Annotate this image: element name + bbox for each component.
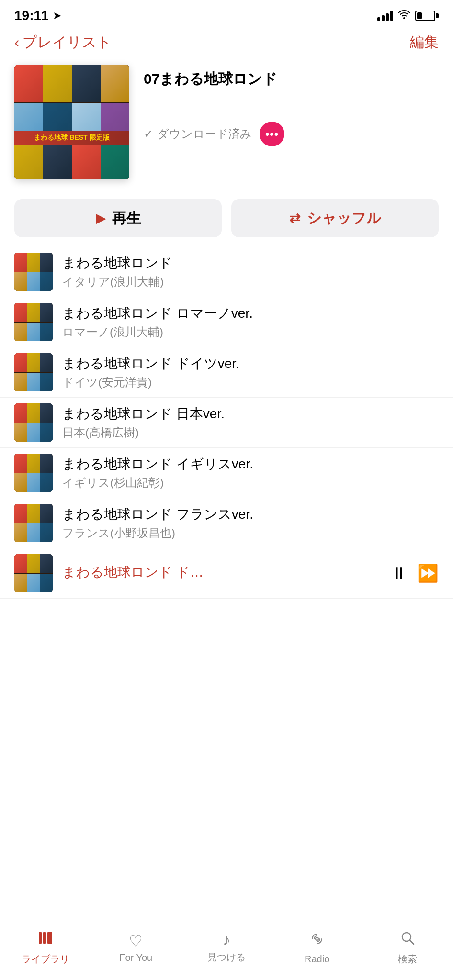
track-list: まわる地球ロンド イタリア(浪川大輔) まわる地球ロンド ロマーノver. ロマ…	[0, 247, 453, 599]
location-icon: ➤	[53, 10, 61, 22]
status-time: 19:11	[14, 8, 49, 23]
heart-icon: ♡	[129, 932, 143, 950]
track-artist: フランス(小野坂昌也)	[62, 525, 439, 541]
nav-label-library: ライブラリ	[22, 953, 69, 966]
track-thumbnail	[14, 454, 53, 492]
track-item[interactable]: まわる地球ロンド ロマーノver. ロマーノ(浪川大輔)	[0, 297, 453, 347]
track-item[interactable]: まわる地球ロンド ドイツver. ドイツ(安元洋貴)	[0, 347, 453, 398]
status-bar: 19:11 ➤	[0, 0, 453, 29]
signal-bars	[377, 11, 393, 21]
track-item[interactable]: まわる地球ロンド フランスver. フランス(小野坂昌也)	[0, 498, 453, 548]
svg-point-3	[316, 937, 318, 940]
radio-icon	[308, 930, 326, 952]
now-playing-controls: ⏸ ⏩	[390, 563, 439, 583]
svg-rect-0	[39, 932, 42, 944]
music-note-icon: ♪	[223, 931, 230, 949]
play-icon: ▶	[96, 211, 105, 226]
nav-label-browse: 見つける	[207, 951, 246, 964]
library-icon	[37, 929, 54, 951]
track-thumbnail	[14, 353, 53, 391]
track-info: まわる地球ロンド ドイツver. ドイツ(安元洋貴)	[62, 355, 439, 390]
nav-item-radio[interactable]: Radio	[293, 930, 341, 965]
search-icon	[399, 929, 416, 951]
track-title: まわる地球ロンド イギリスver.	[62, 455, 439, 473]
more-options-button[interactable]: •••	[260, 122, 284, 146]
play-controls: ▶ 再生 ⇄ シャッフル	[0, 189, 453, 247]
nav-item-search[interactable]: 検索	[384, 929, 431, 966]
edit-button[interactable]: 編集	[410, 33, 439, 52]
battery-indicator	[415, 11, 439, 21]
back-label: プレイリスト	[23, 33, 112, 52]
track-item[interactable]: まわる地球ロンド イギリスver. イギリス(杉山紀彰)	[0, 448, 453, 498]
album-meta-row: ✓ ダウンロード済み •••	[144, 122, 439, 146]
album-info: 07まわる地球ロンド ✓ ダウンロード済み •••	[144, 65, 439, 146]
play-button[interactable]: ▶ 再生	[14, 199, 222, 237]
track-title: まわる地球ロンド ドイツver.	[62, 355, 439, 373]
track-title: まわる地球ロンド 日本ver.	[62, 405, 439, 423]
download-label: ダウンロード済み	[157, 126, 252, 142]
track-thumbnail	[14, 403, 53, 442]
back-button[interactable]: ‹ プレイリスト	[14, 33, 112, 52]
nav-label-radio: Radio	[305, 954, 329, 965]
track-artist: イタリア(浪川大輔)	[62, 274, 439, 290]
track-info: まわる地球ロンド イギリスver. イギリス(杉山紀彰)	[62, 455, 439, 490]
nav-label-search: 検索	[398, 953, 417, 966]
track-thumbnail	[14, 253, 53, 291]
track-title: まわる地球ロンド ロマーノver.	[62, 304, 439, 323]
download-status: ✓ ダウンロード済み	[144, 126, 252, 142]
album-header: まわる地球 BEST 限定版 07まわる地球ロンド ✓ ダウンロード済み •••	[0, 60, 453, 189]
nav-bar: ‹ プレイリスト 編集	[0, 29, 453, 60]
album-art: まわる地球 BEST 限定版	[14, 65, 129, 179]
svg-line-5	[410, 940, 414, 944]
track-title: まわる地球ロンド フランスver.	[62, 505, 439, 523]
track-artist: ロマーノ(浪川大輔)	[62, 324, 439, 340]
pause-button[interactable]: ⏸	[390, 563, 408, 583]
nav-item-library[interactable]: ライブラリ	[22, 929, 69, 966]
back-chevron-icon: ‹	[14, 33, 20, 51]
shuffle-label: シャッフル	[307, 209, 381, 228]
fast-forward-button[interactable]: ⏩	[417, 563, 439, 583]
track-artist: イギリス(杉山紀彰)	[62, 475, 439, 490]
track-info: まわる地球ロンド 日本ver. 日本(高橋広樹)	[62, 405, 439, 440]
track-thumbnail	[14, 303, 53, 341]
nav-item-foryou[interactable]: ♡ For You	[112, 932, 160, 963]
track-artist: 日本(高橋広樹)	[62, 425, 439, 440]
bottom-nav: ライブラリ ♡ For You ♪ 見つける Radio 検索	[0, 924, 453, 980]
wifi-icon	[398, 10, 410, 22]
track-title: まわる地球ロンド ド…	[62, 563, 381, 581]
play-label: 再生	[112, 209, 141, 228]
svg-rect-2	[47, 932, 52, 944]
track-item-now-playing[interactable]: まわる地球ロンド ド… ⏸ ⏩	[0, 548, 453, 599]
track-info: まわる地球ロンド ド…	[62, 563, 381, 583]
nav-label-foryou: For You	[119, 952, 152, 963]
shuffle-icon: ⇄	[289, 211, 300, 226]
track-info: まわる地球ロンド ロマーノver. ロマーノ(浪川大輔)	[62, 304, 439, 340]
track-thumbnail	[14, 554, 53, 592]
album-banner: まわる地球 BEST 限定版	[14, 131, 129, 145]
track-title: まわる地球ロンド	[62, 254, 439, 272]
track-item[interactable]: まわる地球ロンド イタリア(浪川大輔)	[0, 247, 453, 297]
track-item[interactable]: まわる地球ロンド 日本ver. 日本(高橋広樹)	[0, 398, 453, 448]
checkmark-icon: ✓	[144, 127, 153, 141]
track-thumbnail	[14, 504, 53, 542]
track-artist: ドイツ(安元洋貴)	[62, 375, 439, 390]
svg-rect-1	[43, 932, 46, 944]
shuffle-button[interactable]: ⇄ シャッフル	[231, 199, 439, 237]
album-title: 07まわる地球ロンド	[144, 69, 439, 88]
status-icons	[377, 10, 439, 22]
track-info: まわる地球ロンド イタリア(浪川大輔)	[62, 254, 439, 290]
track-info: まわる地球ロンド フランスver. フランス(小野坂昌也)	[62, 505, 439, 541]
nav-item-browse[interactable]: ♪ 見つける	[203, 931, 250, 964]
